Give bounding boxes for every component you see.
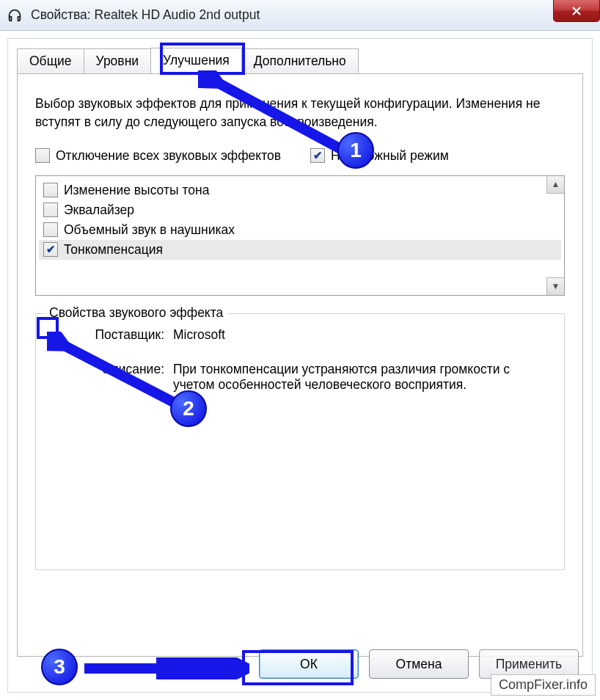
scroll-up-button[interactable]: ▲: [546, 176, 564, 194]
effects-listbox[interactable]: Изменение высоты тона Эквалайзер Объемны…: [35, 175, 565, 296]
window-title: Свойства: Realtek HD Audio 2nd output: [31, 7, 260, 23]
list-item: Объемный звук в наушниках: [39, 220, 561, 240]
ok-button[interactable]: ОК: [259, 649, 359, 679]
tab-panel-enhancements: Выбор звуковых эффектов для применения к…: [17, 73, 583, 657]
titlebar: Свойства: Realtek HD Audio 2nd output: [0, 0, 600, 31]
tab-levels[interactable]: Уровни: [84, 48, 152, 74]
scroll-down-button[interactable]: ▼: [546, 277, 564, 295]
window-body: Общие Уровни Улучшения Дополнительно Выб…: [7, 38, 593, 693]
list-item: Эквалайзер: [39, 200, 561, 220]
list-item: Тонкомпенсация: [39, 240, 561, 260]
provider-value: Microsoft: [173, 327, 548, 343]
list-item: Изменение высоты тона: [39, 181, 561, 200]
group-title: Свойства звукового эффекта: [45, 305, 227, 321]
provider-label: Поставщик:: [52, 327, 173, 343]
checkbox-effect-equalizer[interactable]: [43, 203, 58, 217]
intro-text: Выбор звуковых эффектов для применения к…: [35, 95, 565, 132]
tab-strip: Общие Уровни Улучшения Дополнительно: [8, 39, 592, 73]
effect-label: Эквалайзер: [64, 203, 134, 218]
tab-enhancements[interactable]: Улучшения: [150, 48, 242, 73]
headphones-icon: [6, 7, 23, 24]
checkbox-disable-all[interactable]: [35, 148, 50, 163]
effect-properties-group: Свойства звукового эффекта Поставщик: Mi…: [35, 313, 565, 570]
watermark: CompFixer.info: [491, 674, 596, 696]
label-immediate-mode: Неотложный режим: [331, 148, 449, 164]
checkbox-effect-pitch[interactable]: [43, 183, 58, 197]
effect-label: Объемный звук в наушниках: [64, 222, 235, 238]
label-disable-all: Отключение всех звуковых эффектов: [56, 148, 281, 164]
effect-label: Изменение высоты тона: [64, 183, 209, 198]
description-value: При тонкомпенсации устраняются различия …: [173, 362, 548, 393]
description-label: Описание:: [52, 362, 173, 393]
top-checkboxes: Отключение всех звуковых эффектов Неотло…: [35, 148, 565, 164]
tab-advanced[interactable]: Дополнительно: [241, 48, 359, 74]
tab-general[interactable]: Общие: [17, 48, 84, 74]
close-button[interactable]: [553, 0, 600, 22]
checkbox-effect-surround[interactable]: [43, 222, 58, 237]
effect-label: Тонкомпенсация: [64, 242, 163, 258]
checkbox-immediate-mode[interactable]: [310, 148, 325, 163]
checkbox-effect-loudness[interactable]: [43, 242, 58, 257]
cancel-button[interactable]: Отмена: [369, 649, 469, 679]
